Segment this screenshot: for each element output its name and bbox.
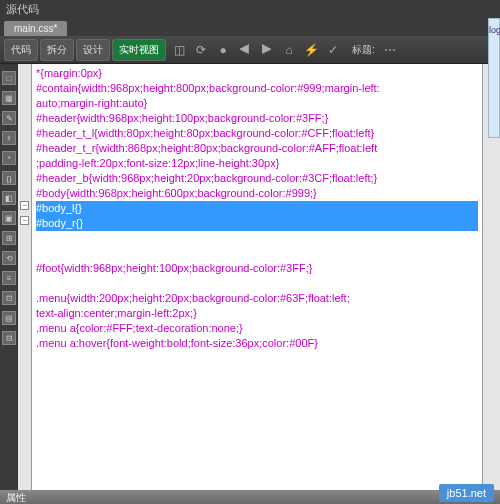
fold-minus-icon[interactable]: − (20, 201, 29, 210)
code-line: #header_t_r{width:868px;height:80px;back… (36, 141, 478, 156)
inspect-icon[interactable]: ◫ (170, 41, 188, 59)
code-line: #header_b{width:968px;height:20px;backgr… (36, 171, 478, 186)
refresh-icon[interactable]: ⟳ (192, 41, 210, 59)
side-panel-text: log (489, 25, 500, 35)
code-line: ;padding-left:20px;font-size:12px;line-h… (36, 156, 478, 171)
tab-bar: main.css* (0, 18, 500, 36)
tool-icon[interactable]: ✎ (2, 111, 16, 125)
tool-icon[interactable]: ▦ (2, 91, 16, 105)
menu-source[interactable]: 源代码 (6, 2, 39, 17)
home-icon[interactable]: ⌂ (280, 41, 298, 59)
tool-icon[interactable]: ⊞ (2, 231, 16, 245)
code-line (36, 231, 478, 246)
split-view-button[interactable]: 拆分 (40, 39, 74, 61)
code-line: text-align:center;margin-left:2px;} (36, 306, 478, 321)
code-line: .menu a:hover{font-weight:bold;font-size… (36, 336, 478, 351)
side-panel[interactable]: log (488, 18, 500, 138)
tool-icon[interactable]: ▤ (2, 311, 16, 325)
vertical-toolbar: □ ▦ ✎ ♯ * {} ◧ ▣ ⊞ ⟲ ≡ ⊡ ▤ ⊟ (0, 64, 18, 490)
code-line: #body{width:968px;height:600px;backgroun… (36, 186, 478, 201)
document-toolbar: 代码 拆分 设计 实时视图 ◫ ⟳ ● ⯇ ⯈ ⌂ ⚡ ✓ 标题: ⋯ (0, 36, 500, 64)
code-line (36, 246, 478, 261)
tool-icon[interactable]: □ (2, 71, 16, 85)
lightning-icon[interactable]: ⚡ (302, 41, 320, 59)
tool-icon[interactable]: * (2, 151, 16, 165)
tool-icon[interactable]: ◧ (2, 191, 16, 205)
code-line-selected: #body_r{} (36, 216, 478, 231)
code-line (36, 276, 478, 291)
menu-bar: 源代码 (0, 0, 500, 18)
code-editor[interactable]: *{margin:0px} #contain{width:968px;heigh… (32, 64, 482, 490)
nav-back-icon[interactable]: ⯇ (236, 41, 254, 59)
code-line: auto;margin-right:auto} (36, 96, 478, 111)
code-line: #header{width:968px;height:100px;backgro… (36, 111, 478, 126)
code-view-button[interactable]: 代码 (4, 39, 38, 61)
tool-icon[interactable]: ♯ (2, 131, 16, 145)
tool-icon[interactable]: ⊡ (2, 291, 16, 305)
properties-label: 属性 (6, 491, 26, 504)
nav-fwd-icon[interactable]: ⯈ (258, 41, 276, 59)
code-line-selected: #body_l{} (36, 201, 478, 216)
live-view-button[interactable]: 实时视图 (112, 39, 166, 61)
watermark-badge: jb51.net (439, 484, 494, 502)
title-label: 标题: (352, 43, 375, 57)
code-gutter: − − (18, 64, 32, 490)
code-line: *{margin:0px} (36, 66, 478, 81)
workspace: □ ▦ ✎ ♯ * {} ◧ ▣ ⊞ ⟲ ≡ ⊡ ▤ ⊟ − − *{margi… (0, 64, 500, 490)
properties-panel[interactable]: 属性 (0, 490, 500, 504)
code-line: #header_t_l{width:80px;height:80px;backg… (36, 126, 478, 141)
browser-icon[interactable]: ● (214, 41, 232, 59)
design-view-button[interactable]: 设计 (76, 39, 110, 61)
tool-icon[interactable]: ⟲ (2, 251, 16, 265)
code-line: .menu a{color:#FFF;text-decoration:none;… (36, 321, 478, 336)
code-line: #foot{width:968px;height:100px;backgroun… (36, 261, 478, 276)
check-icon[interactable]: ✓ (324, 41, 342, 59)
fold-minus-icon[interactable]: − (20, 216, 29, 225)
more-icon[interactable]: ⋯ (381, 41, 399, 59)
tool-icon[interactable]: ▣ (2, 211, 16, 225)
code-line: .menu{width:200px;height:20px;background… (36, 291, 478, 306)
code-line: #contain{width:968px;height:800px;backgr… (36, 81, 478, 96)
tool-icon[interactable]: ⊟ (2, 331, 16, 345)
tab-main-css[interactable]: main.css* (4, 21, 67, 36)
tool-icon[interactable]: ≡ (2, 271, 16, 285)
tool-icon[interactable]: {} (2, 171, 16, 185)
